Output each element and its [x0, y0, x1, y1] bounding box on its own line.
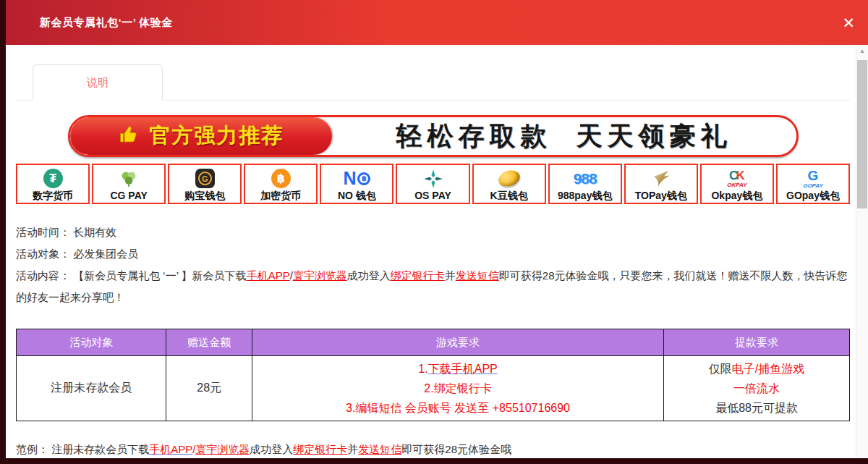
bitcoin-icon: ฿	[271, 168, 291, 190]
activity-details: 活动时间： 长期有效 活动对象： 必发集团会员 活动内容： 【新会员专属礼包 ‘…	[16, 222, 850, 308]
thumbs-up-icon	[118, 124, 141, 148]
payment-label: 加密货币	[260, 190, 301, 201]
text-segment: 成功登入	[347, 269, 391, 282]
cell-line: 一倍流水	[664, 379, 849, 398]
scrollbar[interactable]: ▲	[856, 45, 868, 458]
payment-label: GOpay钱包	[786, 190, 840, 201]
inline-link[interactable]: 发送短信	[358, 443, 401, 455]
gopay-g-icon: GGOPAY	[803, 168, 823, 190]
payment-item: G 购宝钱包	[168, 164, 242, 204]
payment-label: 数字货币	[33, 190, 73, 201]
activity-target-line: 活动对象： 必发集团会员	[16, 243, 850, 265]
requirements-table: 活动对象 赠送金额 游戏要求 提款要求 注册未存款会员 28元 1.下载手机AP…	[16, 329, 850, 421]
payment-label: TOPay钱包	[635, 190, 687, 201]
modal-title: 新会员专属礼包‘一’ 体验金	[40, 16, 173, 30]
cell-activity-target: 注册未存款会员	[17, 356, 166, 421]
tether-icon: ₮	[43, 168, 63, 190]
promo-banner: 官方强力推荐 轻松存取款 天天领豪礼	[68, 115, 799, 157]
text-segment: 电子/捕鱼游戏	[732, 363, 804, 375]
inline-link[interactable]: 寰宇浏览器	[195, 443, 250, 455]
inline-link[interactable]: 寰宇浏览器	[293, 269, 347, 282]
text-segment: 仅限	[709, 363, 732, 375]
official-recommend-badge: 官方强力推荐	[70, 117, 332, 155]
no-wallet-icon: N฿	[343, 168, 370, 190]
okpay-ck-icon: CKOKPAY	[727, 168, 746, 190]
text-segment: 活动内容： 【新会员专属礼包 ‘一’ 】新会员下载	[16, 269, 247, 282]
modal-header: 新会员专属礼包‘一’ 体验金 ✕	[6, 0, 868, 45]
text-segment: 并	[445, 269, 456, 282]
text-segment: 并	[347, 443, 358, 455]
text-segment: 即可获得28元体验金哦	[401, 443, 511, 455]
text-segment: 最低88元可提款	[715, 402, 798, 414]
cell-line: 2.绑定银行卡	[252, 379, 663, 398]
text-segment: 成功登入	[250, 443, 293, 455]
inline-link[interactable]: 绑定银行卡	[391, 269, 445, 282]
cell-game-requirement: 1.下载手机APP2.绑定银行卡3.编辑短信 会员账号 发送至 +8551071…	[252, 356, 664, 421]
header-bonus-amount: 赠送金额	[166, 329, 252, 356]
text-segment: 范例： 注册未存款会员下载	[16, 443, 149, 455]
payment-item: CG PAY	[92, 164, 166, 204]
payment-item: N฿ NO 钱包	[320, 164, 393, 204]
payment-label: Okpay钱包	[711, 190, 762, 201]
ospay-sparkle-icon	[423, 168, 443, 190]
modal-body: 说明 官方强力推荐 轻松存取款 天天领豪礼 ₮ 数字货币 C	[6, 45, 856, 458]
payment-label: NO 钱包	[338, 190, 376, 201]
cell-withdraw-requirement: 仅限电子/捕鱼游戏一倍流水最低88元可提款	[664, 356, 850, 421]
text-segment: 活动时间： 长期有效	[16, 226, 116, 238]
example-line: 范例： 注册未存款会员下载手机APP/寰宇浏览器成功登入绑定银行卡并发送短信即可…	[16, 443, 850, 457]
banner-headline: 轻松存取款 天天领豪礼	[332, 119, 796, 154]
promo-modal: 新会员专属礼包‘一’ 体验金 ✕ 说明 官方强力推荐 轻松存取款 天天领豪礼 ₮	[6, 0, 868, 458]
header-game-requirement: 游戏要求	[252, 329, 664, 356]
payment-item: CKOKPAY Okpay钱包	[700, 164, 774, 204]
goubao-wallet-icon: G	[195, 168, 215, 190]
activity-time-line: 活动时间： 长期有效	[16, 222, 850, 243]
cell-line: 仅限电子/捕鱼游戏	[664, 359, 849, 379]
payment-item: 988 988pay钱包	[548, 164, 622, 204]
header-activity-target: 活动对象	[17, 329, 166, 356]
payment-label: 988pay钱包	[558, 190, 612, 201]
cgpay-clover-icon	[118, 168, 140, 190]
cell-line: 3.编辑短信 会员账号 发送至 +85510716690	[252, 398, 663, 418]
activity-content-line: 活动内容： 【新会员专属礼包 ‘一’ 】新会员下载手机APP/寰宇浏览器成功登入…	[16, 265, 850, 308]
payment-item: K豆钱包	[472, 164, 546, 204]
text-segment: 2.绑定银行卡	[424, 382, 491, 395]
payment-label: K豆钱包	[490, 190, 528, 201]
cell-bonus-amount: 28元	[166, 356, 252, 421]
payment-label: OS PAY	[414, 190, 451, 201]
tab-shuoming[interactable]: 说明	[33, 64, 163, 101]
inline-link[interactable]: 发送短信	[456, 269, 499, 282]
inline-link[interactable]: 手机APP	[247, 269, 290, 282]
tabs-bar: 说明	[16, 64, 850, 101]
payment-item: ฿ 加密货币	[244, 164, 318, 204]
text-segment: 1.	[418, 363, 427, 375]
inline-link[interactable]: 下载手机APP	[428, 363, 498, 375]
payment-item: OS PAY	[396, 164, 469, 204]
inline-link[interactable]: 手机APP	[149, 443, 192, 455]
payment-methods-row: ₮ 数字货币 CG PAY G 购宝钱包 ฿ 加密货币 N฿ NO 钱包	[16, 164, 850, 204]
close-icon[interactable]: ✕	[842, 15, 855, 30]
inline-link[interactable]: 绑定银行卡	[293, 443, 347, 455]
payment-item: TOPay钱包	[624, 164, 698, 204]
payment-item: GGOPAY GOpay钱包	[776, 164, 850, 204]
table-row: 注册未存款会员 28元 1.下载手机APP2.绑定银行卡3.编辑短信 会员账号 …	[17, 356, 850, 421]
cell-line: 1.下载手机APP	[252, 359, 663, 379]
pay988-icon: 988	[574, 168, 597, 190]
header-withdraw-requirement: 提款要求	[664, 329, 850, 356]
scrollbar-up-arrow-icon[interactable]: ▲	[856, 45, 868, 56]
payment-label: CG PAY	[110, 190, 147, 201]
text-segment: 活动对象： 必发集团会员	[16, 248, 138, 260]
text-segment: 一倍流水	[733, 382, 780, 395]
topay-gold-icon	[650, 168, 673, 190]
cell-line: 最低88元可提款	[664, 398, 849, 418]
table-header-row: 活动对象 赠送金额 游戏要求 提款要求	[17, 329, 850, 356]
tab-label: 说明	[87, 76, 109, 90]
payment-item: ₮ 数字货币	[16, 164, 90, 204]
badge-text: 官方强力推荐	[150, 122, 284, 151]
text-segment: 3.编辑短信 会员账号 发送至 +85510716690	[346, 402, 570, 414]
scrollbar-thumb[interactable]	[857, 60, 867, 208]
gold-bean-icon	[498, 168, 520, 190]
payment-label: 购宝钱包	[184, 190, 225, 201]
